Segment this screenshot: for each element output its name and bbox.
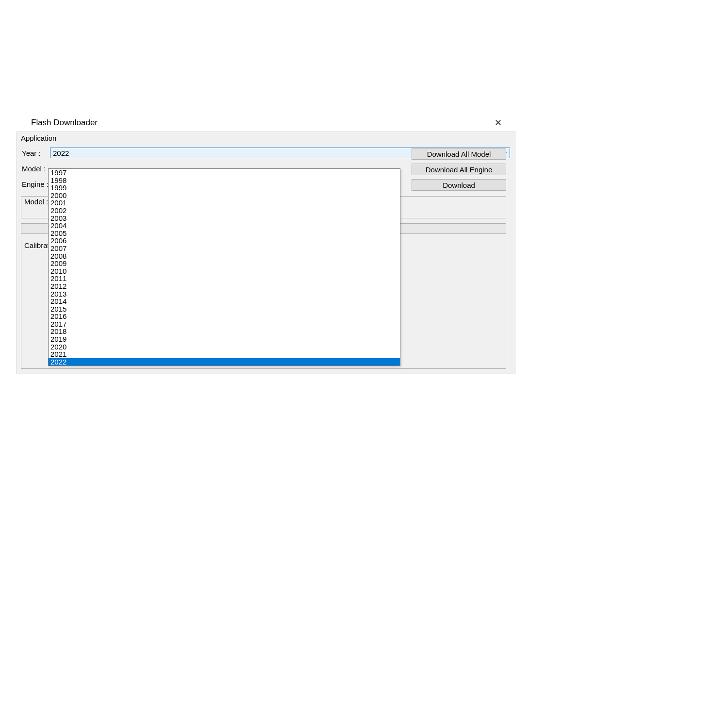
client-area: Application Year : 2022 ▾ Model : Engine…: [17, 132, 515, 374]
year-option[interactable]: 2021: [49, 350, 400, 358]
titlebar: Flash Downloader ✕: [17, 114, 515, 132]
year-option[interactable]: 2018: [49, 328, 400, 335]
download-all-model-button[interactable]: Download All Model: [412, 148, 506, 160]
menubar: Application: [17, 132, 515, 144]
year-option[interactable]: 2022: [49, 358, 400, 366]
window-title: Flash Downloader: [31, 118, 98, 128]
year-option[interactable]: 2008: [49, 252, 400, 260]
year-option[interactable]: 2000: [49, 192, 400, 199]
download-button[interactable]: Download: [412, 179, 506, 191]
flash-downloader-window: Flash Downloader ✕ Application Year : 20…: [17, 114, 515, 374]
year-option[interactable]: 2014: [49, 298, 400, 305]
year-option[interactable]: 1999: [49, 184, 400, 192]
year-option[interactable]: 2002: [49, 207, 400, 215]
year-option[interactable]: 2007: [49, 245, 400, 252]
year-option[interactable]: 2004: [49, 222, 400, 230]
close-icon[interactable]: ✕: [491, 116, 506, 130]
year-option[interactable]: 2010: [49, 267, 400, 275]
buttons-column: Download All Model Download All Engine D…: [412, 148, 506, 191]
download-all-engine-button[interactable]: Download All Engine: [412, 164, 506, 175]
year-option[interactable]: 2020: [49, 343, 400, 351]
year-option[interactable]: 2016: [49, 313, 400, 320]
year-option[interactable]: 2015: [49, 305, 400, 313]
year-option[interactable]: 1998: [49, 177, 400, 184]
year-option[interactable]: 2001: [49, 199, 400, 207]
year-option[interactable]: 2006: [49, 237, 400, 245]
year-option[interactable]: 2003: [49, 215, 400, 222]
year-option[interactable]: 2013: [49, 290, 400, 298]
engine-label: Engine :: [22, 180, 50, 188]
year-dropdown-list[interactable]: 1997199819992000200120022003200420052006…: [48, 168, 400, 366]
model-label: Model :: [22, 165, 50, 173]
year-option[interactable]: 2005: [49, 230, 400, 237]
year-option[interactable]: 2019: [49, 335, 400, 343]
form-area: Year : 2022 ▾ Model : Engine : Download …: [17, 144, 515, 197]
year-option[interactable]: 2011: [49, 275, 400, 282]
year-option[interactable]: 2009: [49, 260, 400, 267]
menu-application[interactable]: Application: [21, 134, 56, 142]
year-option[interactable]: 2012: [49, 282, 400, 290]
year-option[interactable]: 1997: [49, 169, 400, 177]
year-combo-value: 2022: [53, 149, 69, 157]
year-option[interactable]: 2017: [49, 320, 400, 328]
year-label: Year :: [22, 149, 50, 157]
